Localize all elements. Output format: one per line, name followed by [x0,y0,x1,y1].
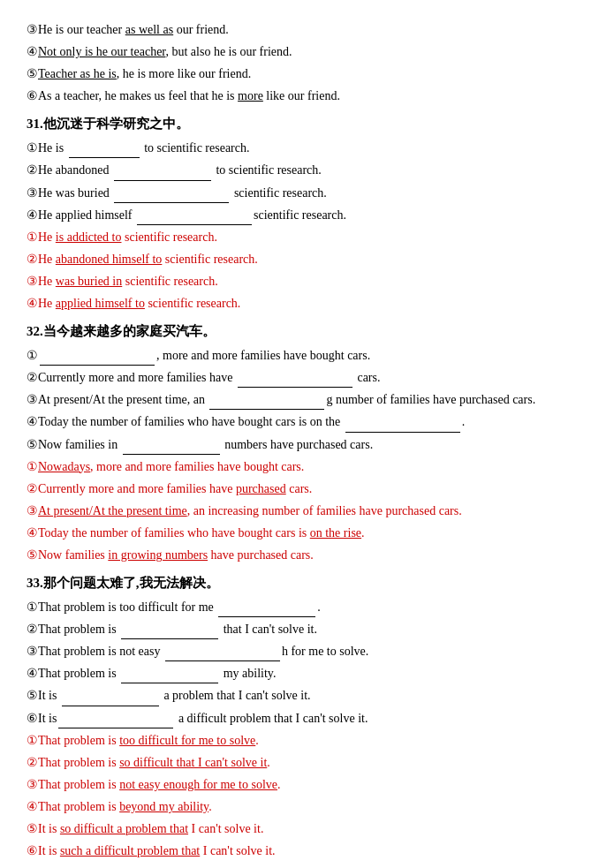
s32-ans-1: ①Nowadays, more and more families have b… [27,457,587,477]
s32-ans-3: ③At present/At the present time, an incr… [27,501,587,521]
s31-fill-4: ④He applied himself scientific research. [27,205,587,225]
section-31-title: 31.他沉迷于科学研究之中。 [27,113,587,134]
s32-ans-4: ④Today the number of families who have b… [27,523,587,543]
s31-fill-1: ①He is to scientific research. [27,138,587,158]
s33-fill-3: ③That problem is not easy h for me to so… [27,641,587,661]
s33-fill-5: ⑤It is a problem that I can't solve it. [27,685,587,706]
intro-line-5: ⑤Teacher as he is, he is more like our f… [27,64,587,84]
s31-ans-1: ①He is addicted to scientific research. [27,227,587,247]
s32-ans-5: ⑤Now families in growing numbers have pu… [27,545,587,565]
s32-fill-3: ③At present/At the present time, an g nu… [27,389,587,410]
section-33-title: 33.那个问题太难了,我无法解决。 [27,572,587,593]
s31-ans-2: ②He abandoned himself to scientific rese… [27,249,587,269]
s33-fill-2: ②That problem is that I can't solve it. [27,619,587,639]
s33-ans-4: ④That problem is beyond my ability. [27,796,587,817]
s31-fill-3: ③He was buried scientific research. [27,183,587,203]
s33-fill-6: ⑥It is a difficult problem that I can't … [27,708,587,728]
s32-fill-1: ①, more and more families have bought ca… [27,345,587,366]
s33-fill-4: ④That problem is my ability. [27,663,587,683]
s33-ans-1: ①That problem is too difficult for me to… [27,730,587,751]
s32-fill-4: ④Today the number of families who have b… [27,411,587,432]
intro-line-4: ④Not only is he our teacher, but also he… [27,42,587,62]
s33-fill-1: ①That problem is too difficult for me . [27,597,587,617]
s32-ans-2: ②Currently more and more families have p… [27,479,587,499]
s32-fill-5: ⑤Now families in numbers have purchased … [27,434,587,455]
s31-ans-3: ③He was buried in scientific research. [27,271,587,291]
intro-line-6: ⑥As a teacher, he makes us feel that he … [27,86,587,106]
s33-ans-2: ②That problem is so difficult that I can… [27,752,587,773]
s33-ans-5: ⑤It is so difficult a problem that I can… [27,819,587,839]
s33-ans-3: ③That problem is not easy enough for me … [27,774,587,795]
s31-ans-4: ④He applied himself to scientific resear… [27,293,587,313]
s33-ans-6: ⑥It is such a difficult problem that I c… [27,841,587,861]
s31-fill-2: ②He abandoned to scientific research. [27,160,587,180]
section-32-title: 32.当今越来越多的家庭买汽车。 [27,321,587,342]
s32-fill-2: ②Currently more and more families have c… [27,367,587,388]
document-container: ③He is our teacher as well as our friend… [27,19,587,868]
intro-line-3: ③He is our teacher as well as our friend… [27,19,587,40]
